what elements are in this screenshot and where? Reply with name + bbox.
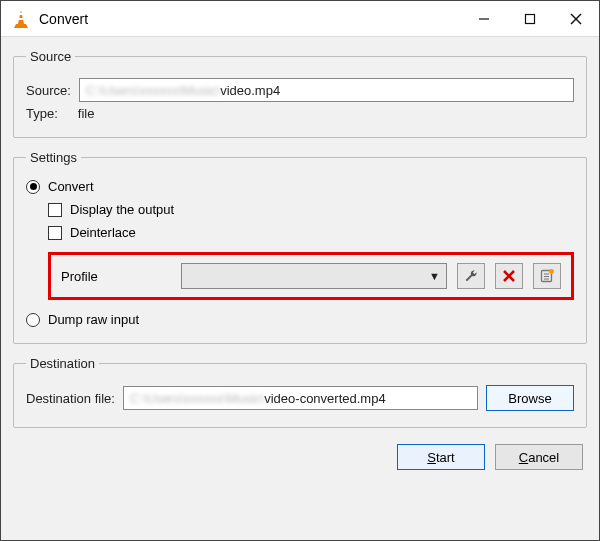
cancel-button-label: Cancel xyxy=(519,450,559,465)
delete-icon xyxy=(501,268,517,284)
svg-rect-5 xyxy=(526,14,535,23)
display-output-label: Display the output xyxy=(70,202,174,217)
type-value: file xyxy=(78,106,95,121)
svg-marker-0 xyxy=(18,10,24,24)
source-path-visible: video.mp4 xyxy=(220,83,280,98)
titlebar: Convert xyxy=(1,1,599,37)
source-path-input[interactable]: C:\Users\xxxxxx\Music\ video.mp4 xyxy=(79,78,574,102)
svg-rect-2 xyxy=(19,18,24,20)
destination-path-input[interactable]: C:\Users\xxxxxx\Music\ video-converted.m… xyxy=(123,386,478,410)
settings-group: Settings Convert Display the output Dein… xyxy=(13,150,587,344)
radio-icon xyxy=(26,180,40,194)
svg-point-14 xyxy=(549,269,554,274)
start-button[interactable]: Start xyxy=(397,444,485,470)
dialog-button-row: Start Cancel xyxy=(13,436,587,474)
checkbox-icon xyxy=(48,226,62,240)
svg-rect-1 xyxy=(19,13,22,15)
destination-group: Destination Destination file: C:\Users\x… xyxy=(13,356,587,428)
svg-marker-3 xyxy=(14,24,28,28)
start-button-label: Start xyxy=(427,450,454,465)
checkbox-icon xyxy=(48,203,62,217)
vlc-cone-icon xyxy=(11,9,31,29)
minimize-button[interactable] xyxy=(461,1,507,36)
maximize-button[interactable] xyxy=(507,1,553,36)
radio-icon xyxy=(26,313,40,327)
settings-legend: Settings xyxy=(26,150,81,165)
deinterlace-checkbox[interactable]: Deinterlace xyxy=(48,225,136,240)
delete-profile-button[interactable] xyxy=(495,263,523,289)
profile-label: Profile xyxy=(61,269,171,284)
source-label: Source: xyxy=(26,83,71,98)
source-legend: Source xyxy=(26,49,75,64)
dialog-content: Source Source: C:\Users\xxxxxx\Music\ vi… xyxy=(1,37,599,540)
destination-legend: Destination xyxy=(26,356,99,371)
convert-radio-label: Convert xyxy=(48,179,94,194)
convert-dialog: Convert Source Source: C:\Users\xxxxxx\M… xyxy=(0,0,600,541)
type-label: Type: xyxy=(26,106,58,121)
dump-raw-label: Dump raw input xyxy=(48,312,139,327)
chevron-down-icon: ▼ xyxy=(429,270,440,282)
dump-raw-radio[interactable]: Dump raw input xyxy=(26,312,139,327)
source-path-hidden: C:\Users\xxxxxx\Music\ xyxy=(86,83,220,98)
browse-button[interactable]: Browse xyxy=(486,385,574,411)
destination-path-hidden: C:\Users\xxxxxx\Music\ xyxy=(130,391,264,406)
profile-dropdown[interactable]: ▼ xyxy=(181,263,447,289)
convert-radio[interactable]: Convert xyxy=(26,179,94,194)
close-button[interactable] xyxy=(553,1,599,36)
cancel-button[interactable]: Cancel xyxy=(495,444,583,470)
new-profile-button[interactable] xyxy=(533,263,561,289)
source-group: Source Source: C:\Users\xxxxxx\Music\ vi… xyxy=(13,49,587,138)
new-profile-icon xyxy=(539,268,555,284)
destination-path-visible: video-converted.mp4 xyxy=(264,391,385,406)
wrench-icon xyxy=(463,268,479,284)
window-controls xyxy=(461,1,599,36)
destination-label: Destination file: xyxy=(26,391,115,406)
profile-row-highlight: Profile ▼ xyxy=(48,252,574,300)
browse-button-label: Browse xyxy=(508,391,551,406)
window-title: Convert xyxy=(39,11,461,27)
edit-profile-button[interactable] xyxy=(457,263,485,289)
deinterlace-label: Deinterlace xyxy=(70,225,136,240)
display-output-checkbox[interactable]: Display the output xyxy=(48,202,174,217)
